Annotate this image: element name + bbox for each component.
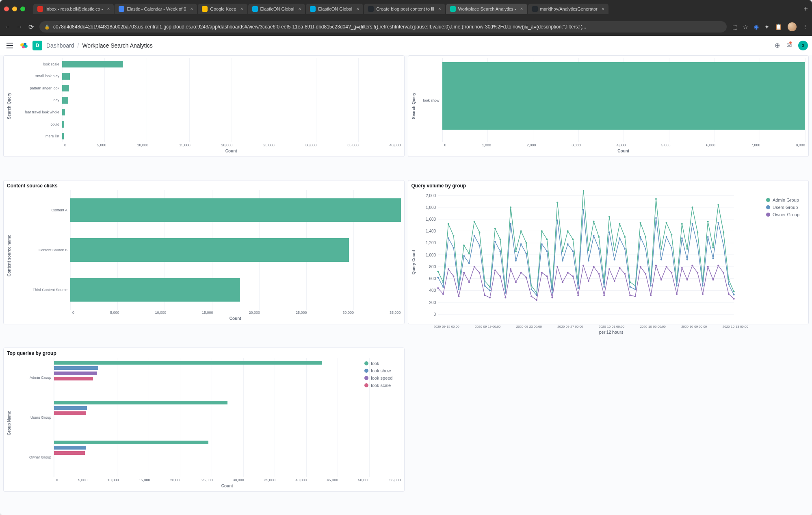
- svg-point-34: [479, 231, 480, 233]
- svg-text:600: 600: [429, 276, 436, 281]
- bar[interactable]: [442, 62, 806, 130]
- close-tab-icon[interactable]: ×: [602, 6, 604, 12]
- reading-list-icon[interactable]: 📋: [775, 24, 782, 30]
- legend-item[interactable]: look: [364, 361, 392, 366]
- svg-point-129: [671, 247, 672, 248]
- window-controls[interactable]: [4, 7, 25, 11]
- browser-tab[interactable]: Google Keep×: [198, 4, 247, 14]
- close-tab-icon[interactable]: ×: [356, 6, 359, 12]
- svg-point-168: [572, 276, 574, 277]
- extensions-menu-icon[interactable]: ✦: [764, 24, 769, 30]
- close-tab-icon[interactable]: ×: [520, 6, 523, 12]
- browser-menu-icon[interactable]: ⋮: [802, 24, 808, 30]
- bar[interactable]: [62, 73, 70, 80]
- nav-toggle-button[interactable]: [4, 40, 15, 51]
- browser-tab[interactable]: Inbox - ross.bell@elastic.co -×: [33, 4, 114, 14]
- bar[interactable]: [54, 401, 227, 404]
- svg-point-163: [546, 276, 548, 277]
- svg-point-182: [645, 273, 646, 275]
- bar[interactable]: [62, 97, 68, 104]
- svg-point-142: [437, 287, 439, 289]
- svg-point-177: [619, 267, 620, 269]
- url-text: c078d4d848dc42b19f4f318a002ba703.us-cent…: [53, 24, 586, 30]
- bar[interactable]: [54, 366, 98, 370]
- svg-point-113: [587, 260, 589, 261]
- browser-tab[interactable]: Workplace Search Analytics -×: [446, 4, 527, 14]
- elastic-logo-icon[interactable]: [19, 41, 28, 50]
- svg-point-105: [546, 250, 548, 252]
- space-selector[interactable]: D: [32, 41, 42, 50]
- svg-point-42: [520, 230, 522, 232]
- browser-tab[interactable]: Elastic - Calendar - Week of 0×: [115, 4, 197, 14]
- forward-button[interactable]: →: [16, 23, 23, 31]
- url-input[interactable]: 🔒 c078d4d848dc42b19f4f318a002ba703.us-ce…: [39, 21, 727, 33]
- legend-item[interactable]: Admin Group: [766, 198, 799, 202]
- bar[interactable]: [62, 85, 69, 92]
- bar[interactable]: [62, 61, 123, 68]
- legend-item[interactable]: Owner Group: [766, 212, 799, 217]
- bar[interactable]: [62, 133, 64, 140]
- legend-item[interactable]: look show: [364, 368, 392, 373]
- bar[interactable]: [54, 451, 85, 455]
- x-axis-label: Count: [13, 149, 401, 153]
- svg-point-152: [489, 297, 491, 298]
- close-tab-icon[interactable]: ×: [298, 6, 301, 12]
- newsfeed-icon[interactable]: ✉: [786, 41, 792, 49]
- svg-point-96: [499, 250, 501, 252]
- browser-tab[interactable]: ElasticON Global×: [248, 4, 305, 14]
- bar[interactable]: [54, 441, 208, 444]
- close-tab-icon[interactable]: ×: [107, 6, 110, 12]
- bar[interactable]: [70, 198, 401, 222]
- back-button[interactable]: ←: [4, 23, 11, 31]
- close-tab-icon[interactable]: ×: [438, 6, 441, 12]
- svg-point-71: [671, 234, 672, 235]
- svg-point-70: [665, 222, 667, 224]
- legend-item[interactable]: look scale: [364, 383, 392, 388]
- svg-point-184: [655, 265, 656, 266]
- close-window-icon[interactable]: [4, 7, 9, 11]
- favicon-icon: [37, 6, 43, 12]
- svg-point-114: [593, 235, 594, 237]
- svg-point-190: [686, 279, 688, 280]
- y-axis-label: Query Count: [411, 190, 416, 335]
- bar[interactable]: [54, 446, 86, 450]
- browser-tab[interactable]: markjhoy/AnalyticsGenerator×: [528, 4, 608, 14]
- bar[interactable]: [70, 238, 349, 262]
- bookmark-icon[interactable]: ☆: [743, 24, 748, 30]
- y-axis-label: Search Query: [411, 58, 416, 153]
- panel-content-source-clicks[interactable]: Content source clicks Content source nam…: [3, 180, 405, 324]
- svg-point-112: [582, 209, 584, 211]
- browser-tab[interactable]: ElasticON Global×: [306, 4, 363, 14]
- bar[interactable]: [54, 406, 87, 410]
- minimize-window-icon[interactable]: [12, 7, 17, 11]
- profile-avatar[interactable]: [788, 22, 797, 31]
- extension-icon[interactable]: ◉: [754, 24, 759, 30]
- panel-query-volume-by-group[interactable]: Query volume by group Query Count 020040…: [408, 180, 809, 324]
- panel-search-query-right[interactable]: Search Query look show 01,0002,0003,0004…: [408, 55, 809, 157]
- bar[interactable]: [54, 372, 97, 375]
- panel-top-queries-by-group[interactable]: Top queries by group Group Name Admin Gr…: [3, 348, 405, 492]
- bar[interactable]: [54, 411, 86, 415]
- svg-point-137: [712, 258, 714, 259]
- breadcrumb-dashboard[interactable]: Dashboard: [46, 42, 74, 49]
- legend-item[interactable]: Users Group: [766, 205, 799, 210]
- bar[interactable]: [62, 121, 64, 128]
- bar[interactable]: [70, 278, 240, 302]
- svg-text:800: 800: [429, 265, 436, 269]
- svg-point-99: [515, 260, 516, 261]
- user-menu-button[interactable]: 3: [798, 41, 808, 50]
- close-tab-icon[interactable]: ×: [240, 6, 243, 12]
- close-tab-icon[interactable]: ×: [190, 6, 193, 12]
- bar[interactable]: [54, 377, 93, 380]
- browser-tab[interactable]: Create blog post content to ill×: [364, 4, 445, 14]
- svg-point-160: [531, 296, 532, 297]
- help-icon[interactable]: ⊕: [775, 41, 780, 49]
- bar[interactable]: [62, 109, 65, 116]
- reload-button[interactable]: ⟳: [28, 23, 34, 31]
- maximize-window-icon[interactable]: [20, 7, 25, 11]
- bar[interactable]: [54, 361, 322, 365]
- legend-item[interactable]: look speed: [364, 376, 392, 380]
- new-tab-button[interactable]: +: [803, 5, 808, 13]
- screencast-icon[interactable]: ⬚: [732, 24, 737, 30]
- panel-search-query-left[interactable]: Search Query look scalesmall look playpa…: [3, 55, 405, 157]
